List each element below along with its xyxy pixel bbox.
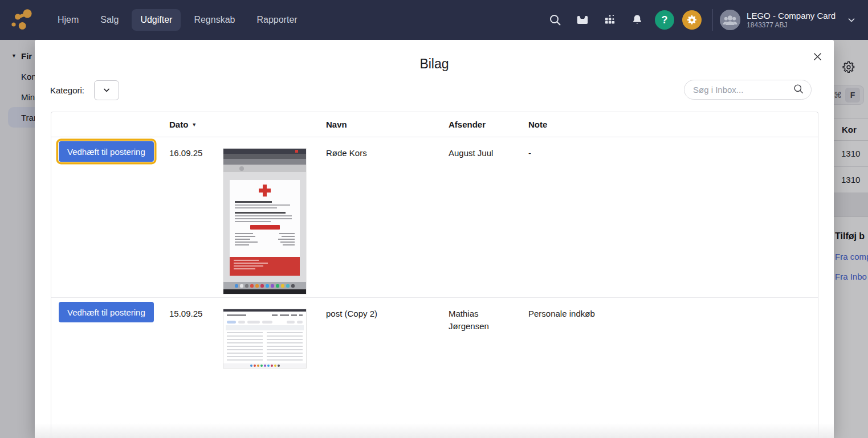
attach-to-posting-button[interactable]: Vedhæft til postering xyxy=(59,302,154,322)
receipt-photo-thumbnail[interactable] xyxy=(223,149,306,294)
nav-item-salg[interactable]: Salg xyxy=(92,9,127,31)
column-header-dato[interactable]: Dato▼ xyxy=(169,120,223,129)
notifications-bell-icon[interactable] xyxy=(627,10,647,30)
search-icon xyxy=(793,83,804,97)
account-menu[interactable]: LEGO - Company Card 1843377 ABJ xyxy=(720,10,857,30)
inbox-icon[interactable] xyxy=(573,10,592,30)
category-label: Kategori: xyxy=(50,85,84,95)
chevron-down-icon xyxy=(846,15,857,25)
bilag-modal: Bilag Kategori: Dato▼ Navn Afsender Note… xyxy=(35,40,834,438)
account-id: 1843377 ABJ xyxy=(747,21,836,30)
table-row: Vedhæft til postering 16.09.25 xyxy=(51,137,818,297)
apps-grid-icon[interactable] xyxy=(600,10,620,30)
settings-button[interactable] xyxy=(682,10,702,30)
category-dropdown[interactable] xyxy=(94,80,119,100)
sort-desc-icon: ▼ xyxy=(191,122,197,128)
top-navbar: Hjem Salg Udgifter Regnskab Rapporter ? … xyxy=(0,0,868,40)
table-header: Dato▼ Navn Afsender Note xyxy=(51,112,818,137)
chevron-down-icon xyxy=(102,85,111,95)
nav-item-hjem[interactable]: Hjem xyxy=(49,9,87,31)
row-date: 15.09.25 xyxy=(169,298,223,438)
main-nav: Hjem Salg Udgifter Regnskab Rapporter xyxy=(49,9,306,31)
search-input[interactable] xyxy=(693,85,793,95)
help-button[interactable]: ? xyxy=(655,10,674,30)
account-name: LEGO - Company Card xyxy=(747,10,836,21)
gear-icon xyxy=(686,14,698,26)
help-question-glyph: ? xyxy=(662,14,668,26)
row-date: 16.09.25 xyxy=(169,137,223,297)
row-name: Røde Kors xyxy=(326,137,449,297)
column-header-navn: Navn xyxy=(326,120,449,129)
inbox-search xyxy=(684,80,812,100)
row-note: Personale indkøb xyxy=(528,298,818,438)
avatar xyxy=(720,10,740,30)
row-sender: Mathias Jørgensen xyxy=(449,298,528,438)
app-logo-icon[interactable] xyxy=(9,6,36,34)
row-name: post (Copy 2) xyxy=(326,298,449,438)
modal-title: Bilag xyxy=(35,56,834,72)
spreadsheet-thumbnail[interactable] xyxy=(223,309,306,368)
nav-item-regnskab[interactable]: Regnskab xyxy=(185,9,243,31)
row-note: - xyxy=(528,137,818,297)
row-sender: August Juul xyxy=(449,137,528,297)
table-row: Vedhæft til postering 15.09.25 post (Cop… xyxy=(51,297,818,438)
column-header-afsender: Afsender xyxy=(449,120,528,129)
attach-to-posting-button[interactable]: Vedhæft til postering xyxy=(59,141,154,162)
column-header-note: Note xyxy=(528,120,818,129)
nav-divider xyxy=(712,9,713,31)
nav-item-rapporter[interactable]: Rapporter xyxy=(248,9,305,31)
red-cross-logo xyxy=(259,185,271,197)
nav-item-udgifter[interactable]: Udgifter xyxy=(132,9,181,31)
search-icon[interactable] xyxy=(545,10,565,30)
attachments-table: Dato▼ Navn Afsender Note Vedhæft til pos… xyxy=(51,112,818,438)
